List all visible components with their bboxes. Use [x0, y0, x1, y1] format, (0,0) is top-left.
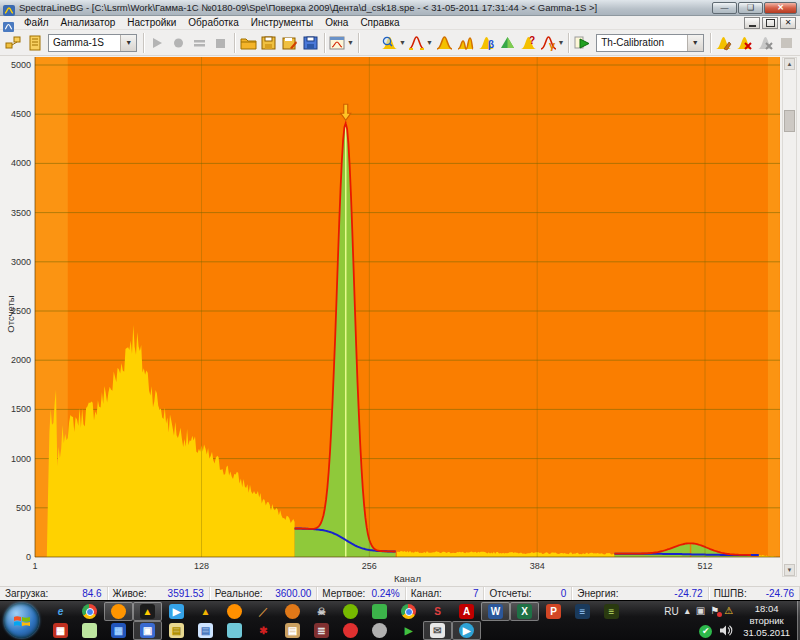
taskbar-app-dark-green[interactable]: ≡ — [597, 602, 626, 621]
taskbar-app-powerpoint[interactable]: P — [539, 602, 568, 621]
plot-vertical-scrollbar[interactable]: ▲ ▼ — [782, 57, 797, 577]
spectrum-link-button[interactable] — [3, 31, 24, 55]
menu-item-4[interactable]: Обработка — [182, 17, 244, 28]
menu-item-1[interactable]: Файл — [18, 17, 55, 28]
tray-action-center-icon[interactable]: ⚠ — [724, 606, 733, 616]
taskbar-app-agent-icon — [227, 604, 242, 619]
taskbar-app-word[interactable]: W — [481, 602, 510, 621]
taskbar-app-darts[interactable]: ✱ — [249, 621, 278, 640]
journal-button[interactable] — [24, 31, 45, 55]
peak-fit-button[interactable]: ▼ — [407, 31, 434, 55]
taskbar-app-notes[interactable] — [75, 621, 104, 640]
taskbar-app-nvidia[interactable] — [336, 602, 365, 621]
scroll-up-icon[interactable]: ▲ — [784, 58, 795, 70]
device-select-dropdown-icon[interactable]: ▼ — [120, 35, 136, 51]
taskbar-app-s[interactable]: S — [423, 602, 452, 621]
taskbar-app-spectraline[interactable]: ▲ — [133, 602, 162, 621]
peak-unknown-button[interactable]: ? — [518, 31, 539, 55]
clock[interactable]: 18:04 вторник 31.05.2011 — [737, 601, 798, 640]
taskbar-app-red-circle[interactable] — [336, 621, 365, 640]
taskbar-app-green[interactable] — [365, 602, 394, 621]
tray-flag-error-icon[interactable]: ⚑ — [710, 606, 719, 616]
taskbar-app-dark-green-icon: ≡ — [604, 604, 619, 619]
calibration-select[interactable]: Th-Calibration▼ — [596, 34, 703, 52]
taskbar-app-gray[interactable] — [365, 621, 394, 640]
taskbar-app-books[interactable]: ≣ — [307, 621, 336, 640]
mdi-close-button[interactable]: ✕ — [780, 17, 796, 29]
gamma-icon: γ — [540, 35, 557, 51]
svg-text:4500: 4500 — [11, 109, 31, 119]
record-icon — [170, 35, 187, 51]
peak-area-button[interactable] — [434, 31, 455, 55]
close-button[interactable]: ✕ — [764, 2, 797, 14]
taskbar-app-agent[interactable] — [220, 602, 249, 621]
taskbar-app-doc[interactable]: ▤ — [191, 621, 220, 640]
spectrum-chart[interactable]: 0500100015002000250030003500400045005000… — [0, 56, 800, 586]
window-options-button[interactable]: ▼ — [328, 31, 355, 55]
calibration-edit-button[interactable] — [713, 31, 734, 55]
scrollbar-thumb[interactable] — [784, 110, 795, 132]
menu-item-3[interactable]: Настройки — [121, 17, 182, 28]
taskbar-app-telegram[interactable]: ▶ — [452, 621, 481, 640]
peak-strip-button[interactable] — [455, 31, 476, 55]
taskbar-app-chrome-icon — [82, 604, 97, 619]
taskbar-app-blue-grid[interactable]: ▦ — [104, 621, 133, 640]
taskbar-app-orange[interactable] — [278, 602, 307, 621]
menu-item-6[interactable]: Окна — [319, 17, 354, 28]
start-button[interactable] — [4, 603, 39, 638]
taskbar-app-pencil[interactable]: ／ — [249, 602, 278, 621]
taskbar-app-copy[interactable]: ▤ — [162, 621, 191, 640]
status-field-5: Канал:7 — [406, 587, 485, 600]
maximize-button[interactable]: ❏ — [738, 2, 763, 14]
tray-antivirus-icon[interactable]: ✔ — [699, 625, 712, 638]
tray-expand-icon[interactable]: ▴ — [685, 606, 690, 616]
menu-item-2[interactable]: Анализатор — [55, 17, 122, 28]
clock-date: 31.05.2011 — [743, 627, 790, 639]
taskbar-app-teal[interactable] — [220, 621, 249, 640]
taskbar-app-dark-blue[interactable]: ≡ — [568, 602, 597, 621]
save-edit-button[interactable] — [279, 31, 300, 55]
menu-item-7[interactable]: Справка — [354, 17, 405, 28]
taskbar-app-clipboard[interactable]: ▤ — [278, 621, 307, 640]
taskbar-app-chrome[interactable] — [75, 602, 104, 621]
taskbar-app-drive-icon: ▲ — [198, 604, 213, 619]
status-field-3: Реальное:3600.00 — [210, 587, 318, 600]
tray-display-icon[interactable]: ▣ — [696, 606, 705, 616]
taskbar-app-skull[interactable]: ☠ — [307, 602, 336, 621]
taskbar-app-floppy-icon: ▣ — [140, 623, 155, 638]
taskbar-app-firefox[interactable] — [104, 602, 133, 621]
peak-search-button[interactable]: ▼ — [380, 31, 407, 55]
taskbar-app-green-arrow[interactable]: ▶ — [394, 621, 423, 640]
taskbar-app-floppy[interactable]: ▣ — [133, 621, 162, 640]
save-spectrum-button[interactable] — [258, 31, 279, 55]
run-identification-button[interactable] — [572, 31, 593, 55]
svg-text:3000: 3000 — [11, 257, 31, 267]
beta-analysis-button[interactable]: β — [476, 31, 497, 55]
device-select[interactable]: Gamma-1S▼ — [48, 34, 137, 52]
taskbar-app-paint[interactable] — [394, 602, 423, 621]
taskbar-app-player[interactable]: ▶ — [162, 602, 191, 621]
taskbar-app-drive[interactable]: ▲ — [191, 602, 220, 621]
taskbar-app-red-grid[interactable]: ▦ — [46, 621, 75, 640]
play-icon — [149, 35, 166, 51]
menu-bar: ФайлАнализаторНастройкиОбработкаИнструме… — [0, 16, 800, 30]
taskbar-app-excel[interactable]: X — [510, 602, 539, 621]
scroll-down-icon[interactable]: ▼ — [784, 564, 795, 576]
taskbar-app-mail[interactable]: ✉ — [423, 621, 452, 640]
mdi-restore-button[interactable] — [762, 17, 778, 29]
taskbar-app-acrobat[interactable]: A — [452, 602, 481, 621]
tray-volume-icon[interactable] — [720, 622, 733, 640]
open-spectrum-button[interactable] — [238, 31, 259, 55]
mdi-minimize-button[interactable] — [744, 17, 760, 29]
calibration-delete-button[interactable] — [734, 31, 755, 55]
calibration-select-dropdown-icon[interactable]: ▼ — [687, 35, 703, 51]
taskbar-app-ie[interactable]: e — [46, 602, 75, 621]
save-all-button[interactable] — [300, 31, 321, 55]
status-field-2: Живое:3591.53 — [108, 587, 210, 600]
efficiency-button[interactable] — [497, 31, 518, 55]
taskbar-app-notes-icon — [82, 623, 97, 638]
language-indicator[interactable]: RU — [664, 606, 678, 617]
menu-item-5[interactable]: Инструменты — [245, 17, 319, 28]
minimize-button[interactable]: — — [712, 2, 737, 14]
gamma-analysis-button[interactable]: γ▼ — [539, 31, 566, 55]
